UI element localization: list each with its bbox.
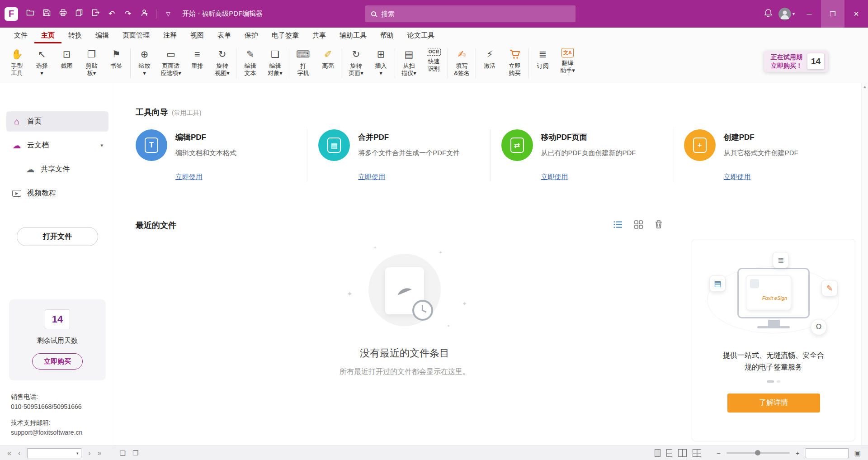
edit-object-button[interactable]: ❏编辑 对象▾ (263, 47, 288, 77)
menu-share[interactable]: 共享 (306, 28, 333, 43)
ribbon-separator (448, 48, 448, 78)
zoom-out-button[interactable]: − (717, 450, 721, 456)
card-create-pdf: + 创建PDF 从其它格式文件创建PDF 立即使用 (684, 129, 855, 181)
continuous-view-button[interactable] (666, 449, 672, 457)
use-now-link[interactable]: 立即使用 (175, 173, 203, 181)
zoom-value-box[interactable] (806, 448, 849, 458)
activate-button[interactable]: ⚡激活 (477, 47, 502, 70)
snapshot-button[interactable]: ⊡截图 (54, 47, 79, 70)
zoom-slider-thumb[interactable] (755, 450, 760, 455)
insert-button[interactable]: ⊞插入 ▾ (368, 47, 393, 77)
previous-page-button[interactable]: ‹ (18, 450, 20, 457)
zoom-slider[interactable] (726, 452, 790, 454)
caret-down-icon[interactable]: ▾ (74, 451, 81, 455)
grid-view-button[interactable] (634, 220, 643, 231)
open-file-button[interactable] (23, 6, 38, 22)
support-email-address[interactable]: support@foxitsoftware.cn (11, 428, 115, 438)
menu-protect[interactable]: 保护 (238, 28, 265, 43)
learn-more-button[interactable]: 了解详情 (727, 394, 820, 413)
search-bar[interactable] (365, 5, 576, 22)
zoom-value-input[interactable] (806, 449, 848, 458)
page-number-input[interactable] (28, 450, 74, 456)
subscribe-button[interactable]: ≣订阅 (530, 47, 555, 70)
minimize-button[interactable]: ─ (797, 0, 821, 28)
account-menu-button[interactable]: ▾ (776, 6, 797, 22)
clipboard-button[interactable]: ❐剪贴 板▾ (79, 47, 104, 77)
previous-view-icon[interactable]: ❏ (119, 449, 125, 457)
facing-view-button[interactable] (678, 449, 687, 457)
print-button[interactable] (55, 6, 71, 22)
from-scanner-button[interactable]: ▤从扫 描仪▾ (396, 47, 421, 77)
scroll-up-icon[interactable]: ▲ (863, 85, 867, 89)
facing-continuous-view-button[interactable] (693, 449, 701, 457)
fill-sign-button[interactable]: ✍填写 &签名 (449, 47, 474, 77)
edit-text-button[interactable]: ✎编辑 文本 (238, 47, 263, 77)
last-page-button[interactable]: » (98, 450, 102, 457)
trial-badge[interactable]: 正在试用期 立即购买！ 14 (764, 51, 828, 72)
use-now-link[interactable]: 立即使用 (724, 173, 751, 181)
typewriter-button[interactable]: ⌨打 字机 (291, 47, 316, 77)
empty-illustration: ✦ + ✦ ✦ • (355, 247, 454, 333)
menu-page-organize[interactable]: 页面管理 (116, 28, 156, 43)
chevron-down-icon[interactable]: ▾ (100, 142, 103, 148)
bookmark-button[interactable]: ⚑书签 (104, 47, 129, 70)
menu-view[interactable]: 视图 (184, 28, 211, 43)
notifications-button[interactable] (760, 6, 776, 22)
next-view-icon[interactable]: ❐ (132, 449, 138, 457)
vertical-scrollbar[interactable]: ▲ (861, 83, 868, 446)
buy-now-button[interactable]: 立即 购买 (502, 47, 527, 77)
use-now-link[interactable]: 立即使用 (358, 173, 385, 181)
export-document-button[interactable] (88, 6, 103, 22)
page-number-box[interactable]: ▾ (27, 448, 81, 458)
undo-button[interactable]: ↶ (104, 6, 119, 22)
first-page-button[interactable]: « (7, 450, 11, 457)
sidebar-item-cloud-docs[interactable]: ☁ 云文档 ▾ (6, 135, 108, 156)
use-now-link[interactable]: 立即使用 (541, 173, 568, 181)
sidebar-item-shared-files[interactable]: ☁ 共享文件 (20, 159, 108, 180)
hand-tool-button[interactable]: ✋手型 工具 (5, 47, 29, 77)
rotate-view-button[interactable]: ↻旋转 视图▾ (210, 47, 235, 77)
zoom-in-button[interactable]: + (796, 450, 800, 456)
carousel-dot[interactable] (777, 380, 780, 383)
single-page-view-button[interactable] (655, 449, 660, 457)
restore-button[interactable]: ❐ (821, 0, 844, 28)
account-link-button[interactable]: ▾ (137, 6, 152, 22)
select-button[interactable]: ↖选择 ▾ (29, 47, 54, 77)
menu-paper-tools[interactable]: 论文工具 (401, 28, 441, 43)
menu-convert[interactable]: 转换 (61, 28, 89, 43)
carousel-dot-active[interactable] (767, 380, 774, 383)
duplicate-document-button[interactable] (71, 6, 87, 22)
list-view-button[interactable] (613, 221, 623, 230)
menu-form[interactable]: 表单 (211, 28, 238, 43)
fit-screen-icon[interactable]: ▣ (854, 449, 861, 457)
menu-file[interactable]: 文件 (7, 28, 34, 43)
menu-comment[interactable]: 注释 (156, 28, 184, 43)
menu-help[interactable]: 帮助 (373, 28, 401, 43)
close-button[interactable]: ✕ (844, 0, 868, 28)
statusbar: « ‹ ▾ › » ❏ ❐ − + ▣ (0, 446, 868, 460)
save-button[interactable] (39, 6, 54, 22)
carousel-dots[interactable] (767, 380, 780, 383)
menu-edit[interactable]: 编辑 (89, 28, 116, 43)
menu-accessibility[interactable]: 辅助工具 (333, 28, 373, 43)
reflow-button[interactable]: ≡重排 (185, 47, 210, 70)
menu-esign[interactable]: 电子签章 (265, 28, 306, 43)
open-file-button[interactable]: 打开文件 (17, 227, 98, 246)
clear-recent-button[interactable] (655, 220, 663, 231)
next-page-button[interactable]: › (88, 450, 90, 457)
undo-icon: ↶ (108, 9, 115, 19)
collapse-toolbar-button[interactable]: ▽ (160, 6, 176, 22)
quick-ocr-button[interactable]: OCR快速 识别 (421, 47, 446, 73)
translate-assistant-button[interactable]: 文A翻译 助手▾ (555, 47, 580, 75)
rotate-pages-button[interactable]: ↻旋转 页面▾ (344, 47, 368, 77)
fit-page-options-button[interactable]: ▭页面适 应选项▾ (157, 47, 185, 77)
buy-now-button[interactable]: 立即购买 (32, 353, 83, 370)
highlight-button[interactable]: ✐高亮 (316, 47, 340, 70)
sidebar-item-video-tutorials[interactable]: ▶ 视频教程 (6, 183, 108, 204)
redo-button[interactable]: ↷ (120, 6, 136, 22)
sidebar-item-home[interactable]: ⌂ 首页 (6, 111, 108, 132)
trial-line2: 立即购买！ (771, 62, 802, 70)
zoom-button[interactable]: ⊕缩放 ▾ (132, 47, 157, 77)
search-input[interactable] (381, 10, 570, 18)
menu-home[interactable]: 主页 (34, 28, 61, 43)
